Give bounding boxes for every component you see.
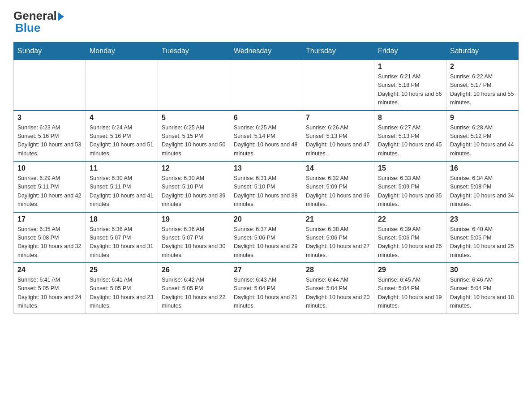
day-number: 21 — [306, 215, 370, 223]
day-info: Sunrise: 6:38 AMSunset: 5:06 PMDaylight:… — [306, 225, 370, 260]
day-info: Sunrise: 6:23 AMSunset: 5:16 PMDaylight:… — [17, 124, 82, 158]
day-info: Sunrise: 6:32 AMSunset: 5:09 PMDaylight:… — [306, 174, 370, 209]
week-row-3: 10Sunrise: 6:29 AMSunset: 5:11 PMDayligh… — [14, 161, 519, 212]
day-number: 15 — [378, 164, 442, 172]
day-info: Sunrise: 6:35 AMSunset: 5:08 PMDaylight:… — [17, 225, 82, 260]
day-number: 22 — [378, 215, 442, 223]
day-number: 3 — [17, 114, 82, 122]
week-row-1: 1Sunrise: 6:21 AMSunset: 5:18 PMDaylight… — [14, 60, 519, 111]
calendar-cell: 14Sunrise: 6:32 AMSunset: 5:09 PMDayligh… — [302, 161, 374, 212]
day-info: Sunrise: 6:45 AMSunset: 5:04 PMDaylight:… — [378, 276, 442, 311]
calendar-cell: 25Sunrise: 6:41 AMSunset: 5:05 PMDayligh… — [86, 263, 158, 313]
day-info: Sunrise: 6:40 AMSunset: 5:05 PMDaylight:… — [450, 225, 515, 260]
day-header-wednesday: Wednesday — [230, 43, 302, 60]
calendar-cell: 24Sunrise: 6:41 AMSunset: 5:05 PMDayligh… — [14, 263, 86, 313]
calendar-cell: 9Sunrise: 6:28 AMSunset: 5:12 PMDaylight… — [446, 111, 519, 162]
day-info: Sunrise: 6:31 AMSunset: 5:10 PMDaylight:… — [234, 174, 298, 209]
logo: General Blue — [13, 9, 64, 35]
calendar-cell — [230, 60, 302, 111]
day-info: Sunrise: 6:24 AMSunset: 5:16 PMDaylight:… — [90, 124, 154, 158]
day-info: Sunrise: 6:29 AMSunset: 5:11 PMDaylight:… — [17, 174, 82, 209]
day-info: Sunrise: 6:44 AMSunset: 5:04 PMDaylight:… — [306, 276, 370, 311]
day-number: 29 — [378, 266, 442, 274]
calendar-cell: 18Sunrise: 6:36 AMSunset: 5:07 PMDayligh… — [86, 212, 158, 263]
day-header-monday: Monday — [86, 43, 158, 60]
day-number: 25 — [90, 266, 154, 274]
day-headers-row: SundayMondayTuesdayWednesdayThursdayFrid… — [14, 43, 519, 60]
calendar-cell: 19Sunrise: 6:36 AMSunset: 5:07 PMDayligh… — [158, 212, 230, 263]
day-header-saturday: Saturday — [446, 43, 519, 60]
logo-arrow-icon — [58, 12, 64, 21]
calendar-cell: 17Sunrise: 6:35 AMSunset: 5:08 PMDayligh… — [14, 212, 86, 263]
calendar-cell — [158, 60, 230, 111]
calendar-cell: 30Sunrise: 6:46 AMSunset: 5:04 PMDayligh… — [446, 263, 519, 313]
day-number: 8 — [378, 114, 442, 122]
day-number: 6 — [234, 114, 298, 122]
calendar-cell: 13Sunrise: 6:31 AMSunset: 5:10 PMDayligh… — [230, 161, 302, 212]
day-number: 19 — [162, 215, 226, 223]
day-info: Sunrise: 6:26 AMSunset: 5:13 PMDaylight:… — [306, 124, 370, 158]
day-info: Sunrise: 6:41 AMSunset: 5:05 PMDaylight:… — [90, 276, 154, 311]
day-number: 1 — [378, 63, 442, 71]
calendar-cell: 3Sunrise: 6:23 AMSunset: 5:16 PMDaylight… — [14, 111, 86, 162]
day-header-thursday: Thursday — [302, 43, 374, 60]
calendar-cell: 1Sunrise: 6:21 AMSunset: 5:18 PMDaylight… — [374, 60, 446, 111]
calendar-cell — [86, 60, 158, 111]
week-row-2: 3Sunrise: 6:23 AMSunset: 5:16 PMDaylight… — [14, 111, 519, 162]
calendar-cell: 6Sunrise: 6:25 AMSunset: 5:14 PMDaylight… — [230, 111, 302, 162]
calendar-cell: 27Sunrise: 6:43 AMSunset: 5:04 PMDayligh… — [230, 263, 302, 313]
day-info: Sunrise: 6:39 AMSunset: 5:06 PMDaylight:… — [378, 225, 442, 260]
day-number: 5 — [162, 114, 226, 122]
calendar-cell — [14, 60, 86, 111]
day-number: 4 — [90, 114, 154, 122]
week-row-5: 24Sunrise: 6:41 AMSunset: 5:05 PMDayligh… — [14, 263, 519, 313]
day-number: 10 — [17, 164, 82, 172]
day-info: Sunrise: 6:28 AMSunset: 5:12 PMDaylight:… — [450, 124, 515, 158]
calendar-table: SundayMondayTuesdayWednesdayThursdayFrid… — [13, 42, 519, 314]
calendar-cell: 22Sunrise: 6:39 AMSunset: 5:06 PMDayligh… — [374, 212, 446, 263]
calendar-cell: 7Sunrise: 6:26 AMSunset: 5:13 PMDaylight… — [302, 111, 374, 162]
calendar-cell: 21Sunrise: 6:38 AMSunset: 5:06 PMDayligh… — [302, 212, 374, 263]
day-number: 16 — [450, 164, 515, 172]
day-number: 14 — [306, 164, 370, 172]
calendar-cell: 29Sunrise: 6:45 AMSunset: 5:04 PMDayligh… — [374, 263, 446, 313]
calendar-cell: 12Sunrise: 6:30 AMSunset: 5:10 PMDayligh… — [158, 161, 230, 212]
week-row-4: 17Sunrise: 6:35 AMSunset: 5:08 PMDayligh… — [14, 212, 519, 263]
day-info: Sunrise: 6:43 AMSunset: 5:04 PMDaylight:… — [234, 276, 298, 311]
calendar-cell: 26Sunrise: 6:42 AMSunset: 5:05 PMDayligh… — [158, 263, 230, 313]
calendar-cell: 2Sunrise: 6:22 AMSunset: 5:17 PMDaylight… — [446, 60, 519, 111]
day-number: 27 — [234, 266, 298, 274]
header: General Blue — [13, 9, 519, 35]
day-info: Sunrise: 6:33 AMSunset: 5:09 PMDaylight:… — [378, 174, 442, 209]
day-info: Sunrise: 6:22 AMSunset: 5:17 PMDaylight:… — [450, 73, 515, 107]
day-number: 13 — [234, 164, 298, 172]
day-number: 2 — [450, 63, 515, 71]
day-number: 28 — [306, 266, 370, 274]
day-number: 18 — [90, 215, 154, 223]
calendar-cell: 15Sunrise: 6:33 AMSunset: 5:09 PMDayligh… — [374, 161, 446, 212]
day-info: Sunrise: 6:42 AMSunset: 5:05 PMDaylight:… — [162, 276, 226, 311]
calendar-cell: 5Sunrise: 6:25 AMSunset: 5:15 PMDaylight… — [158, 111, 230, 162]
day-info: Sunrise: 6:34 AMSunset: 5:08 PMDaylight:… — [450, 174, 515, 209]
calendar-cell: 20Sunrise: 6:37 AMSunset: 5:06 PMDayligh… — [230, 212, 302, 263]
calendar-cell: 4Sunrise: 6:24 AMSunset: 5:16 PMDaylight… — [86, 111, 158, 162]
day-info: Sunrise: 6:27 AMSunset: 5:13 PMDaylight:… — [378, 124, 442, 158]
day-info: Sunrise: 6:36 AMSunset: 5:07 PMDaylight:… — [90, 225, 154, 260]
calendar-cell: 28Sunrise: 6:44 AMSunset: 5:04 PMDayligh… — [302, 263, 374, 313]
calendar-cell: 11Sunrise: 6:30 AMSunset: 5:11 PMDayligh… — [86, 161, 158, 212]
day-info: Sunrise: 6:25 AMSunset: 5:14 PMDaylight:… — [234, 124, 298, 158]
day-info: Sunrise: 6:30 AMSunset: 5:11 PMDaylight:… — [90, 174, 154, 209]
day-number: 11 — [90, 164, 154, 172]
day-header-sunday: Sunday — [14, 43, 86, 60]
day-number: 26 — [162, 266, 226, 274]
day-info: Sunrise: 6:21 AMSunset: 5:18 PMDaylight:… — [378, 73, 442, 107]
day-number: 23 — [450, 215, 515, 223]
day-number: 30 — [450, 266, 515, 274]
day-number: 12 — [162, 164, 226, 172]
calendar-cell: 16Sunrise: 6:34 AMSunset: 5:08 PMDayligh… — [446, 161, 519, 212]
day-header-tuesday: Tuesday — [158, 43, 230, 60]
day-number: 9 — [450, 114, 515, 122]
calendar-cell: 8Sunrise: 6:27 AMSunset: 5:13 PMDaylight… — [374, 111, 446, 162]
day-info: Sunrise: 6:46 AMSunset: 5:04 PMDaylight:… — [450, 276, 515, 311]
calendar-cell: 10Sunrise: 6:29 AMSunset: 5:11 PMDayligh… — [14, 161, 86, 212]
